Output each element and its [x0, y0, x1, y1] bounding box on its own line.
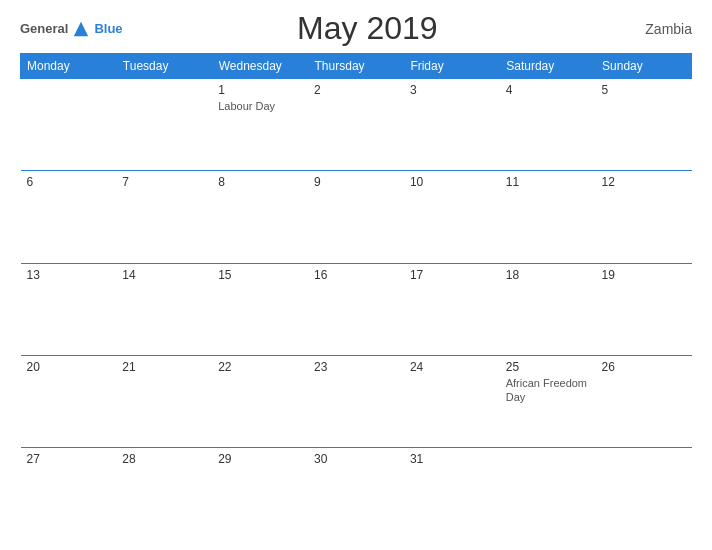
header: General Blue May 2019 Zambia	[20, 10, 692, 47]
calendar-day-cell: 26	[596, 355, 692, 447]
day-number: 22	[218, 360, 302, 374]
day-number: 29	[218, 452, 302, 466]
calendar-day-cell	[21, 79, 117, 171]
calendar-day-cell: 13	[21, 263, 117, 355]
calendar-day-cell: 20	[21, 355, 117, 447]
calendar-week-row: 13141516171819	[21, 263, 692, 355]
calendar-header-cell: Friday	[404, 54, 500, 79]
calendar-day-cell: 16	[308, 263, 404, 355]
day-number: 23	[314, 360, 398, 374]
calendar-week-row: 202122232425African Freedom Day26	[21, 355, 692, 447]
calendar-day-cell: 25African Freedom Day	[500, 355, 596, 447]
calendar-day-cell: 29	[212, 448, 308, 540]
calendar-header-cell: Wednesday	[212, 54, 308, 79]
calendar-day-cell: 28	[116, 448, 212, 540]
calendar-day-cell: 31	[404, 448, 500, 540]
logo-text-blue: Blue	[94, 21, 122, 36]
day-number: 11	[506, 175, 590, 189]
logo: General Blue	[20, 20, 123, 38]
day-number: 15	[218, 268, 302, 282]
day-number: 8	[218, 175, 302, 189]
calendar-day-cell: 12	[596, 171, 692, 263]
calendar-day-cell	[500, 448, 596, 540]
calendar-day-cell: 9	[308, 171, 404, 263]
day-number: 2	[314, 83, 398, 97]
day-number: 21	[122, 360, 206, 374]
day-number: 24	[410, 360, 494, 374]
calendar-day-cell: 5	[596, 79, 692, 171]
calendar-day-cell: 24	[404, 355, 500, 447]
calendar-week-row: 6789101112	[21, 171, 692, 263]
calendar-day-cell: 1Labour Day	[212, 79, 308, 171]
calendar-day-cell	[116, 79, 212, 171]
day-number: 28	[122, 452, 206, 466]
calendar-header-cell: Sunday	[596, 54, 692, 79]
calendar-day-cell: 23	[308, 355, 404, 447]
day-number: 4	[506, 83, 590, 97]
day-number: 1	[218, 83, 302, 97]
calendar-day-cell: 22	[212, 355, 308, 447]
calendar-week-row: 1Labour Day2345	[21, 79, 692, 171]
holiday-label: Labour Day	[218, 99, 302, 113]
day-number: 5	[602, 83, 686, 97]
day-number: 14	[122, 268, 206, 282]
calendar-day-cell: 8	[212, 171, 308, 263]
calendar-week-row: 2728293031	[21, 448, 692, 540]
day-number: 13	[27, 268, 111, 282]
calendar-header-cell: Tuesday	[116, 54, 212, 79]
calendar-day-cell: 21	[116, 355, 212, 447]
calendar-header-row: MondayTuesdayWednesdayThursdayFridaySatu…	[21, 54, 692, 79]
day-number: 10	[410, 175, 494, 189]
calendar-header-cell: Monday	[21, 54, 117, 79]
logo-icon	[72, 20, 90, 38]
calendar-day-cell	[596, 448, 692, 540]
day-number: 17	[410, 268, 494, 282]
day-number: 3	[410, 83, 494, 97]
calendar-day-cell: 14	[116, 263, 212, 355]
country-label: Zambia	[612, 21, 692, 37]
day-number: 27	[27, 452, 111, 466]
day-number: 19	[602, 268, 686, 282]
day-number: 20	[27, 360, 111, 374]
calendar-day-cell: 3	[404, 79, 500, 171]
day-number: 31	[410, 452, 494, 466]
calendar-day-cell: 17	[404, 263, 500, 355]
calendar-day-cell: 6	[21, 171, 117, 263]
day-number: 12	[602, 175, 686, 189]
calendar-day-cell: 11	[500, 171, 596, 263]
calendar-day-cell: 19	[596, 263, 692, 355]
calendar-day-cell: 18	[500, 263, 596, 355]
month-title: May 2019	[123, 10, 612, 47]
calendar-day-cell: 2	[308, 79, 404, 171]
calendar-day-cell: 27	[21, 448, 117, 540]
calendar-day-cell: 30	[308, 448, 404, 540]
calendar-header-cell: Thursday	[308, 54, 404, 79]
day-number: 7	[122, 175, 206, 189]
calendar-day-cell: 7	[116, 171, 212, 263]
calendar-day-cell: 10	[404, 171, 500, 263]
day-number: 9	[314, 175, 398, 189]
holiday-label: African Freedom Day	[506, 376, 590, 405]
calendar-header-cell: Saturday	[500, 54, 596, 79]
svg-marker-0	[74, 21, 88, 35]
day-number: 6	[27, 175, 111, 189]
calendar-day-cell: 15	[212, 263, 308, 355]
logo-text-general: General	[20, 21, 68, 36]
day-number: 26	[602, 360, 686, 374]
calendar-day-cell: 4	[500, 79, 596, 171]
day-number: 30	[314, 452, 398, 466]
calendar: MondayTuesdayWednesdayThursdayFridaySatu…	[20, 53, 692, 540]
day-number: 18	[506, 268, 590, 282]
day-number: 25	[506, 360, 590, 374]
day-number: 16	[314, 268, 398, 282]
